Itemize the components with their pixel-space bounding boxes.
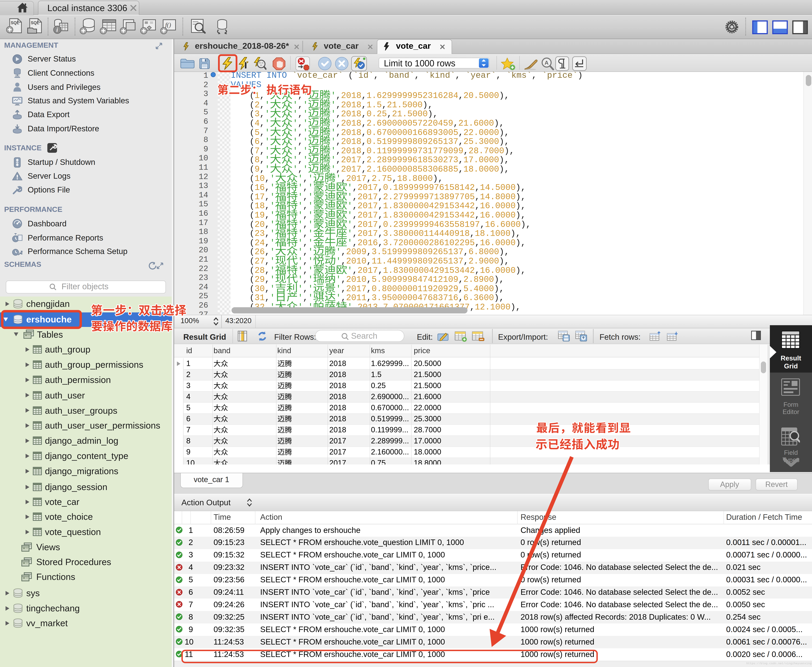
svg-text:f(): f() (165, 22, 171, 28)
svg-text:i: i (56, 27, 58, 33)
svg-text:SQL: SQL (31, 20, 39, 25)
svg-text:SQL: SQL (11, 20, 19, 25)
svg-text:A: A (545, 60, 549, 66)
